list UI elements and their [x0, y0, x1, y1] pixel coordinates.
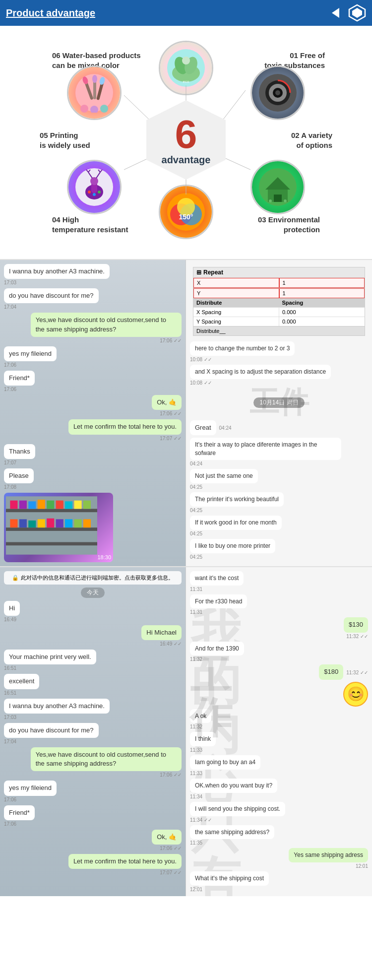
rbmsg-5: A ok 11:32: [190, 709, 211, 730]
bubble: The printer it's working beautiful: [190, 492, 284, 507]
msg-4: yes my fileiend 17:06: [4, 346, 57, 368]
timestamp: 17:03: [4, 715, 110, 720]
svg-rect-68: [19, 519, 27, 527]
rbmsg-7: Iam going to buy an a4 11:33: [190, 755, 260, 776]
bubble: Thanks: [4, 444, 35, 459]
svg-rect-66: [83, 501, 91, 509]
logo-icon: [348, 4, 366, 22]
bubble: Let me confirm the total here to you.: [68, 854, 182, 869]
rmsg-8: I like to buy one more printer 04:25: [190, 539, 275, 560]
msg-3: Yes,we have discount to old customer,sen…: [31, 313, 182, 343]
rbmsg-6: I think 11:33: [190, 732, 216, 753]
svg-rect-58: [10, 501, 17, 509]
bubble: here to change the number to 2 or 3: [190, 341, 295, 356]
header-icons: [325, 4, 366, 22]
bubble: Ok, 🤙: [152, 395, 182, 410]
rmsg-5: Not just the same one 04:25: [190, 469, 258, 490]
right-top-messages: ⊞ Repeat X 1 Y 1 Distribute Spacing X Sp…: [186, 260, 372, 564]
panel-col-headers: Distribute Spacing: [193, 298, 365, 307]
svg-rect-62: [47, 501, 54, 509]
col-distribute: Distribute: [193, 298, 279, 307]
bubble: I wanna buy another A3 machine.: [4, 264, 110, 279]
left-bottom-messages: 🔒 此对话中的信息和通话已进行端到端加密。点击获取更多信息。 今天 Hi 16:…: [0, 567, 186, 879]
bubble: And for the 1390: [190, 642, 244, 656]
svg-rect-57: [6, 542, 97, 545]
bubble: Hi: [4, 601, 20, 616]
timestamp: 12:01: [190, 887, 269, 892]
msg-image: 18:30: [4, 493, 113, 562]
timestamp: 17:07 ✓✓: [68, 870, 182, 875]
price-msg: $180 11:32 ✓✓ 😊: [319, 664, 368, 706]
svg-marker-2: [352, 8, 362, 18]
bubble: I think: [190, 732, 216, 746]
bubble: Let me confirm the total here to you.: [68, 419, 182, 434]
yspacing-label: Y Spacing: [193, 317, 279, 326]
bmsg-9: Friend* 17:06: [4, 805, 35, 827]
panel-cell-x-value: 1: [279, 278, 365, 288]
timestamp: 17:06: [4, 387, 35, 392]
timestamp: 12:01: [289, 863, 368, 869]
bubble: Yes same shipping adress: [289, 848, 368, 862]
chat-right-bottom: 我的内心只有一 want it's the cost 11:31 For the…: [186, 567, 372, 896]
bmsg-4: excellent 16:51: [4, 674, 39, 695]
price-bubble: $180: [319, 664, 343, 679]
chat-image: 18:30: [4, 493, 113, 562]
bmsg-5: I wanna buy another A3 machine. 17:03: [4, 699, 110, 720]
timestamp: 17:07 ✓✓: [68, 436, 182, 441]
bubble: the same shipping address?: [190, 825, 274, 840]
bubble: do you have discount for me?: [4, 288, 99, 303]
msg-5: Friend* 17:06: [4, 371, 35, 392]
center-word: advantage: [162, 154, 211, 166]
svg-marker-0: [332, 8, 339, 18]
rmsg-7: If it work good in for one month 04:25: [190, 516, 282, 536]
panel-cell-x-label: X: [193, 278, 279, 288]
chat-left-top: I wanna buy another A3 machine. 17:03 do…: [0, 260, 186, 566]
bubble: If it work good in for one month: [190, 516, 282, 530]
back-icon[interactable]: [325, 4, 343, 22]
bubble: For the r330 head: [190, 594, 247, 609]
page-title: Product advantage: [6, 7, 95, 19]
bmsg-11: Let me confirm the total here to you. 17…: [68, 854, 182, 875]
svg-line-53: [124, 95, 152, 123]
bmsg-7: Yes,we have discount to old customer,sen…: [31, 747, 182, 778]
timestamp: 11:33: [190, 747, 216, 753]
bubble: excellent: [4, 674, 39, 689]
timestamp: 11:32 ✓✓: [344, 634, 368, 639]
advantage-section: 06 Water-based productscan be mixed colo…: [0, 26, 372, 259]
panel-row-xspacing: X Spacing 0.000: [193, 307, 365, 317]
bubble: and X spacing is to adjust the separatio…: [190, 365, 331, 379]
bubble: I wanna buy another A3 machine.: [4, 699, 110, 714]
svg-rect-59: [19, 501, 27, 509]
timestamp: 17:04: [4, 304, 99, 310]
timestamp: 11:33: [190, 771, 260, 776]
svg-rect-69: [28, 521, 36, 527]
timestamp: 04:24: [219, 425, 232, 431]
panel-cell-y-label: Y: [193, 288, 279, 298]
timestamp: 16:51: [4, 690, 39, 696]
bubble: Not just the same one: [190, 469, 258, 483]
svg-rect-70: [38, 519, 45, 527]
bubble: OK.when do you want buy it?: [190, 779, 277, 793]
chat-left-bottom: 🔒 此对话中的信息和通话已进行端到端加密。点击获取更多信息。 今天 Hi 16:…: [0, 567, 186, 896]
date-overlay-section: 工件 10月14日 周日: [190, 388, 368, 418]
bubble: $130: [344, 617, 368, 632]
svg-rect-73: [65, 519, 72, 527]
bubble: Hi Michael: [141, 625, 182, 640]
warning-banner: 🔒 此对话中的信息和通话已进行端到端加密。点击获取更多信息。: [4, 571, 182, 585]
bmsg-8: yes my fileiend 17:06: [4, 781, 57, 802]
bubble: want it's the cost: [190, 571, 244, 586]
bubble: It's their a way to place diferente imag…: [190, 438, 341, 460]
bubble: Yes,we have discount to old customer,sen…: [31, 313, 182, 336]
panel-icon: ⊞: [196, 269, 201, 276]
timestamp: 11:32 ✓✓: [346, 670, 368, 675]
rbmsg-3: $130 11:32 ✓✓: [344, 617, 368, 639]
timestamp: 11:34 ✓✓: [190, 817, 285, 823]
timestamp: 17:06 ✓✓: [31, 772, 182, 778]
rbmsg-2: For the r330 head 11:31: [190, 594, 247, 615]
rmsg-1: here to change the number to 2 or 3 10:0…: [190, 341, 295, 362]
timestamp: 17:06: [4, 821, 35, 827]
xspacing-label: X Spacing: [193, 308, 279, 317]
panel-cell-y-value: 1: [279, 288, 365, 298]
rbmsg-1: want it's the cost 11:31: [190, 571, 244, 592]
svg-line-49: [221, 90, 246, 123]
